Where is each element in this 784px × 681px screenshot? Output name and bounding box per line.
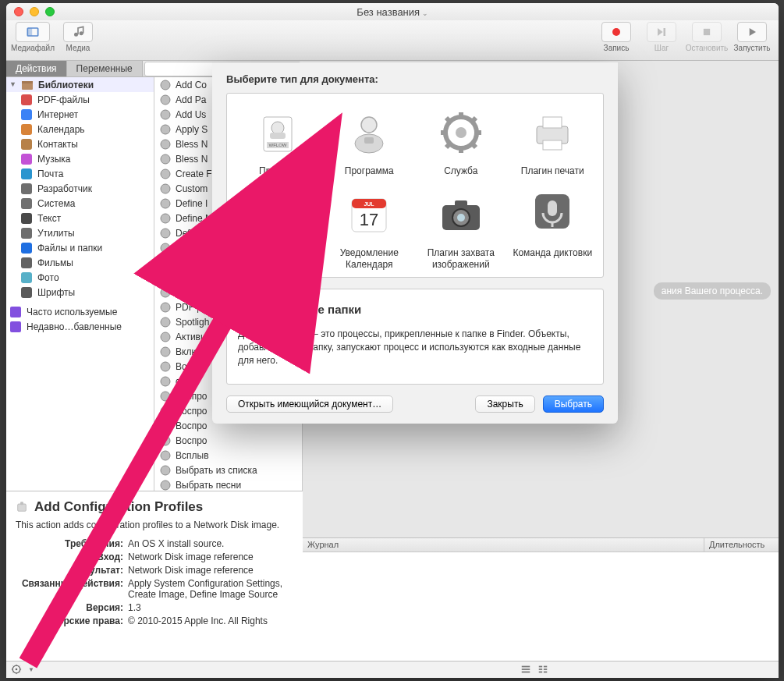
action-item[interactable]: Воспро (154, 433, 302, 448)
svg-rect-1 (27, 28, 32, 36)
sidebar-item[interactable]: Почта (6, 166, 154, 181)
svg-rect-51 (544, 671, 547, 672)
type-service[interactable]: Служба (415, 103, 507, 177)
sidebar-item[interactable]: Фильмы (6, 255, 154, 270)
sidebar-item-label: Утилиты (37, 228, 75, 239)
svg-rect-50 (539, 671, 542, 672)
svg-text:17: 17 (360, 210, 378, 229)
media-icon (63, 22, 93, 42)
svg-text:JUL: JUL (364, 201, 375, 207)
action-item[interactable]: Выбрать из списка (154, 463, 302, 477)
action-item[interactable]: Выбрать песни (154, 477, 302, 491)
svg-point-27 (161, 347, 170, 356)
action-item[interactable]: Всплыв (154, 448, 302, 463)
tab-actions[interactable]: Действия (6, 61, 67, 76)
sheet-desc-body: Действия папки — это процессы, прикрепле… (238, 328, 592, 367)
sidebar-item[interactable]: Файлы и папки (6, 240, 154, 255)
info-label: Требования: (16, 538, 123, 549)
category-icon (20, 138, 33, 151)
sidebar-item-label: PDF-файлы (37, 94, 90, 105)
sidebar-item[interactable]: Утилиты (6, 225, 154, 240)
svg-point-35 (161, 466, 170, 475)
action-icon (159, 138, 172, 151)
sidebar-item[interactable]: Текст (6, 211, 154, 225)
svg-rect-78 (455, 200, 467, 207)
journal-col-journal[interactable]: Журнал (303, 538, 704, 552)
maximize-window-button[interactable] (45, 7, 55, 16)
sidebar-item[interactable]: Система (6, 196, 154, 211)
close-button[interactable]: Закрыть (475, 395, 534, 413)
run-button[interactable]: Запустить (733, 22, 771, 52)
action-label: Включи (176, 346, 208, 357)
sidebar-smart-item[interactable]: Часто используемые (6, 304, 154, 319)
sidebar-library[interactable]: Библиотеки PDF-файлыИнтернетКалендарьКон… (6, 77, 154, 491)
sidebar-item[interactable]: Музыка (6, 151, 154, 166)
sidebar-item[interactable]: PDF-файлы (6, 92, 154, 107)
journal-col-duration[interactable]: Длительность (704, 538, 779, 552)
view-list-icon[interactable] (520, 664, 531, 676)
run-label: Запустить (734, 44, 771, 52)
open-existing-button[interactable]: Открыть имеющийся документ… (226, 395, 393, 413)
type-calendar-alarm[interactable]: JUL17Уведомление Календаря (324, 185, 416, 271)
sidebar-item[interactable]: Шрифты (6, 285, 154, 300)
info-label: Авторские права: (16, 615, 123, 626)
type-print-plugin[interactable]: Плагин печати (507, 103, 599, 177)
action-label: Define N (176, 228, 212, 239)
record-icon (601, 22, 631, 42)
action-icon (159, 286, 172, 299)
close-window-button[interactable] (14, 7, 23, 16)
category-icon (20, 286, 33, 299)
sidebar-item[interactable]: Календарь (6, 122, 154, 137)
svg-line-67 (471, 143, 476, 147)
type-image-capture[interactable]: Плагин захвата изображений (415, 185, 507, 271)
application-icon (339, 103, 399, 162)
svg-point-17 (161, 199, 170, 208)
svg-text:WFLOW: WFLOW (268, 143, 286, 147)
sidebar-item[interactable]: Фото (6, 270, 154, 285)
service-icon (431, 103, 491, 162)
sidebar-root-libraries[interactable]: Библиотеки (6, 77, 154, 92)
gear-icon[interactable] (11, 664, 22, 676)
action-icon (159, 94, 172, 106)
type-workflow[interactable]: WFLOWПроцесс (232, 103, 324, 177)
type-dictation[interactable]: Команда диктовки (507, 185, 599, 271)
action-label: Add Pa (176, 94, 206, 105)
category-icon (20, 197, 33, 210)
action-icon (159, 183, 172, 195)
minimize-window-button[interactable] (30, 7, 39, 16)
stop-button[interactable]: Остановить (688, 22, 725, 52)
sidebar-item[interactable]: Разработчик (6, 181, 154, 196)
step-button[interactable]: Шаг (643, 22, 680, 52)
svg-point-25 (161, 317, 170, 327)
action-icon (159, 375, 172, 388)
action-label: Define N (176, 213, 212, 224)
sidebar-smart-item[interactable]: Недавно…бавленные (6, 319, 154, 334)
sidebar-item-label: Файлы и папки (37, 243, 102, 254)
sidebar-item[interactable]: Интернет (6, 107, 154, 122)
record-label: Запись (604, 44, 630, 52)
tab-variables[interactable]: Переменные (67, 61, 143, 76)
svg-point-57 (361, 117, 377, 133)
svg-rect-49 (544, 669, 547, 670)
action-icon (159, 242, 172, 254)
svg-point-20 (161, 243, 170, 253)
type-label: Команда диктовки (513, 247, 592, 259)
mediafile-label: Медиафайл (11, 44, 55, 52)
window-title[interactable]: Без названия (6, 6, 779, 18)
action-icon (159, 479, 172, 491)
sidebar-item[interactable]: Контакты (6, 137, 154, 151)
svg-point-24 (161, 303, 170, 312)
action-icon (159, 153, 172, 165)
media-button[interactable]: Медиа (59, 22, 97, 52)
mediafile-button[interactable]: Медиафайл (14, 22, 51, 52)
view-columns-icon[interactable] (537, 664, 548, 676)
info-label: Связанные действия: (16, 578, 123, 600)
svg-point-36 (161, 481, 170, 490)
type-application[interactable]: Программа (324, 103, 416, 177)
titlebar[interactable]: Без названия (6, 3, 779, 20)
category-icon (20, 168, 33, 180)
record-button[interactable]: Запись (598, 22, 635, 52)
type-folder-action[interactable]: Действие папки (232, 185, 324, 271)
choose-button[interactable]: Выбрать (543, 395, 604, 413)
action-label: Bоспро (176, 391, 208, 402)
